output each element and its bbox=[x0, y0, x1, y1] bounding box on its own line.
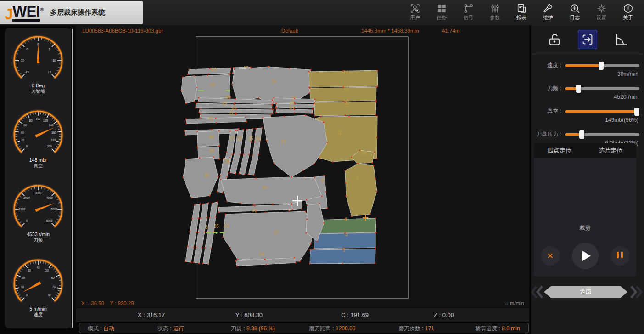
nav-item-params[interactable]: 参数 bbox=[482, 2, 508, 21]
pattern-piece-1[interactable]: 1 bbox=[309, 248, 376, 265]
nav-item-settings[interactable]: 设置 bbox=[588, 2, 615, 21]
mode-text: 裁剪 bbox=[534, 224, 636, 232]
slider-track[interactable] bbox=[565, 110, 639, 113]
gauge-sidebar: -15-10-50510150 Deg刀智能020406080100120140… bbox=[5, 28, 71, 328]
slider-track[interactable] bbox=[565, 64, 639, 67]
start-button[interactable] bbox=[572, 243, 599, 269]
pattern-piece[interactable] bbox=[180, 75, 197, 104]
brand-panel: J WEI ® 多层裁床操作系统 bbox=[0, 1, 143, 24]
tool-unlock[interactable] bbox=[545, 30, 564, 49]
svg-text:23: 23 bbox=[280, 139, 286, 144]
svg-text:22: 22 bbox=[229, 111, 234, 116]
svg-text:42: 42 bbox=[222, 101, 227, 106]
slider-thumb[interactable] bbox=[579, 130, 584, 139]
status-item-3: 刀龄 : 8.38 (96 %) bbox=[231, 325, 275, 333]
pause-button[interactable] bbox=[610, 246, 630, 266]
nav-item-maintenance[interactable]: 维护 bbox=[535, 2, 561, 21]
nav-item-report[interactable]: 报表 bbox=[508, 2, 535, 21]
file-name: LU00583-A06BCB-10-119-003.gbr bbox=[82, 28, 163, 34]
svg-text:160: 160 bbox=[51, 131, 56, 134]
slider-value: 149mbr(96%) bbox=[531, 117, 638, 123]
pattern-piece-3[interactable]: 3 bbox=[313, 232, 376, 249]
slider-thumb[interactable] bbox=[634, 108, 639, 116]
svg-text:30: 30 bbox=[262, 185, 268, 190]
svg-text:34: 34 bbox=[259, 252, 264, 257]
gauge-4: 010203040506070805 m/min速度 bbox=[5, 251, 71, 326]
signal-icon bbox=[463, 3, 474, 14]
material-dimensions: 1445.3mm * 1458.39mm bbox=[361, 28, 419, 34]
nesting-layout-svg[interactable]: 4415431614131211107431184221221719204140… bbox=[76, 25, 529, 308]
svg-text:26: 26 bbox=[237, 136, 242, 141]
slider-fill bbox=[565, 64, 601, 67]
svg-text:3000: 3000 bbox=[34, 192, 41, 195]
slider-row-1: 速度 : bbox=[531, 62, 639, 69]
nav-item-signal[interactable]: 信号 bbox=[455, 2, 482, 21]
maintenance-icon bbox=[543, 3, 554, 14]
svg-text:41: 41 bbox=[208, 116, 214, 121]
nav-item-about[interactable]: 关于 bbox=[615, 2, 641, 21]
svg-text:148 mbr: 148 mbr bbox=[29, 157, 47, 163]
svg-text:0: 0 bbox=[26, 294, 28, 297]
status-bar: 模式 : 自动状态 : 运行刀龄 : 8.38 (96 %)磨刀距离 : 120… bbox=[79, 323, 529, 333]
svg-text:4533 r/min: 4533 r/min bbox=[27, 232, 50, 237]
control-panel: 速度 :30m/min刀频 :4520r/min真空 :149mbr(96%)刀… bbox=[531, 25, 644, 334]
pattern-piece-38[interactable]: 38 bbox=[182, 156, 218, 198]
slider-track[interactable] bbox=[565, 87, 639, 90]
pattern-piece-7[interactable]: 7 bbox=[344, 163, 377, 217]
pattern-piece-40[interactable]: 40 bbox=[196, 130, 220, 147]
cancel-button[interactable]: ✕ bbox=[541, 246, 560, 266]
coord-c: C : 191.69 bbox=[341, 311, 369, 318]
svg-text:7: 7 bbox=[356, 177, 358, 182]
svg-text:-10: -10 bbox=[20, 59, 24, 62]
pattern-piece-13[interactable]: 13 bbox=[309, 85, 377, 102]
pattern-piece-44[interactable]: 44 bbox=[187, 67, 231, 75]
speed-readout: -- m/min bbox=[505, 300, 524, 306]
svg-text:10: 10 bbox=[361, 151, 366, 156]
svg-text:0 Deg: 0 Deg bbox=[31, 83, 44, 88]
back-button[interactable]: 返回 bbox=[544, 286, 627, 298]
status-item-1: 模式 : 自动 bbox=[88, 325, 114, 333]
pattern-piece-32[interactable]: 32 bbox=[222, 210, 315, 262]
svg-text:-15: -15 bbox=[24, 70, 29, 74]
svg-text:6000: 6000 bbox=[46, 219, 53, 222]
params-icon bbox=[489, 3, 501, 14]
svg-text:20: 20 bbox=[289, 106, 294, 111]
registered-mark: ® bbox=[40, 8, 44, 12]
svg-text:4: 4 bbox=[344, 217, 347, 222]
coordinate-bar: X : 316.17Y : 608.30C : 191.69Z : 0.00 bbox=[76, 308, 529, 322]
nav-label: 报表 bbox=[508, 14, 535, 21]
report-icon bbox=[516, 3, 527, 14]
status-item-2: 状态 : 运行 bbox=[157, 325, 184, 333]
svg-text:24: 24 bbox=[255, 136, 261, 141]
svg-text:30: 30 bbox=[28, 269, 31, 272]
pattern-piece-23[interactable]: 23 bbox=[262, 114, 328, 178]
svg-text:80: 80 bbox=[29, 119, 33, 122]
pattern-piece-31[interactable]: 31 bbox=[217, 204, 293, 213]
slider-track[interactable] bbox=[565, 133, 639, 136]
nav-label: 设置 bbox=[588, 14, 615, 21]
tab-four-point[interactable]: 四点定位 bbox=[534, 143, 585, 158]
tab-select-piece[interactable]: 选片定位 bbox=[585, 143, 637, 158]
pattern-piece-12[interactable]: 12 bbox=[314, 100, 376, 117]
nav-label: 任务 bbox=[428, 14, 455, 21]
slider-thumb[interactable] bbox=[599, 62, 604, 70]
nav-label: 关于 bbox=[615, 14, 641, 21]
tool-import[interactable] bbox=[578, 30, 597, 49]
svg-text:31: 31 bbox=[252, 208, 257, 213]
svg-text:19: 19 bbox=[289, 101, 294, 106]
nav-item-log[interactable]: 日志 bbox=[561, 2, 588, 21]
svg-text:0: 0 bbox=[26, 145, 28, 148]
slider-thumb[interactable] bbox=[576, 85, 581, 93]
chevrons-left-icon bbox=[531, 285, 544, 299]
tool-angle[interactable] bbox=[611, 30, 630, 49]
cut-preview-canvas[interactable]: 4415431614131211107431184221221719204140… bbox=[76, 25, 529, 308]
gauge-1: -15-10-50510150 Deg刀智能 bbox=[5, 28, 71, 102]
svg-text:25: 25 bbox=[248, 136, 253, 141]
nav-item-user[interactable]: 用户 bbox=[402, 2, 428, 21]
svg-text:38: 38 bbox=[204, 173, 209, 178]
nav-item-task[interactable]: 任务 bbox=[428, 2, 455, 21]
svg-text:4000: 4000 bbox=[46, 196, 53, 199]
nav-label: 日志 bbox=[561, 14, 588, 21]
svg-text:10: 10 bbox=[52, 59, 56, 62]
svg-text:20: 20 bbox=[21, 138, 25, 142]
